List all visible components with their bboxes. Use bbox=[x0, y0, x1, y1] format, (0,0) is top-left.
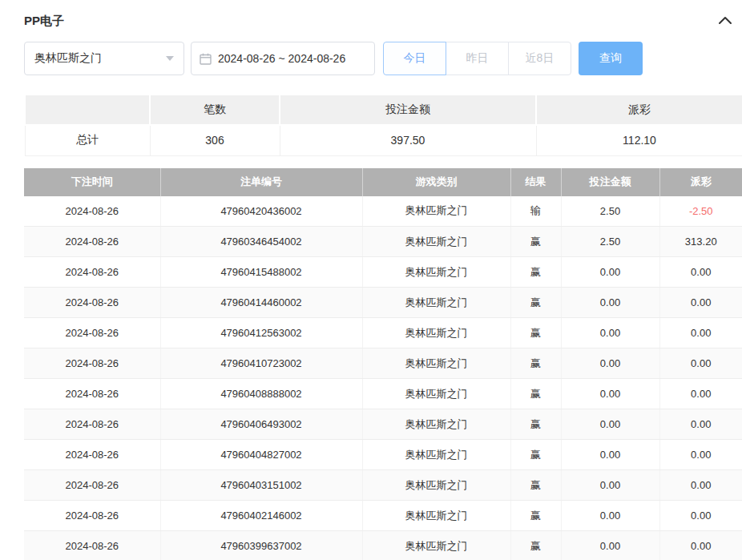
cell-result: 赢 bbox=[510, 531, 561, 560]
summary-total-row: 总计 306 397.50 112.10 bbox=[25, 125, 742, 155]
pp-panel: PP电子 奥林匹斯之门 2024-08-26 ~ 2024-08-26 今日 昨… bbox=[0, 0, 742, 560]
cell-game: 奥林匹斯之门 bbox=[362, 318, 510, 348]
cell-payout: 0.00 bbox=[659, 409, 742, 440]
cell-payout: 0.00 bbox=[659, 470, 742, 501]
records-header-row: 下注时间 注单编号 游戏类别 结果 投注金额 派彩 bbox=[24, 168, 742, 196]
cell-game: 奥林匹斯之门 bbox=[362, 348, 510, 379]
cell-result: 赢 bbox=[510, 288, 561, 318]
cell-result: 赢 bbox=[510, 257, 561, 288]
cell-result: 赢 bbox=[510, 318, 561, 348]
cell-time: 2024-08-26 bbox=[24, 288, 160, 318]
header-bet-time: 下注时间 bbox=[24, 168, 160, 196]
query-button[interactable]: 查询 bbox=[579, 42, 643, 75]
panel-title: PP电子 bbox=[24, 14, 64, 29]
header-payout: 派彩 bbox=[659, 168, 742, 196]
cell-time: 2024-08-26 bbox=[24, 318, 160, 348]
cell-result: 赢 bbox=[510, 379, 561, 409]
header-bet-id: 注单编号 bbox=[160, 168, 362, 196]
chevron-up-icon bbox=[718, 14, 732, 28]
cell-game: 奥林匹斯之门 bbox=[362, 379, 510, 409]
table-row: 2024-08-2647960399637002奥林匹斯之门赢0.000.00 bbox=[24, 531, 742, 560]
summary-table: 笔数 投注金额 派彩 总计 306 397.50 112.10 bbox=[24, 94, 742, 156]
calendar-icon bbox=[200, 53, 212, 65]
cell-amount: 0.00 bbox=[561, 409, 659, 440]
cell-payout: 0.00 bbox=[659, 318, 742, 348]
collapse-button[interactable] bbox=[718, 14, 732, 28]
cell-payout: 0.00 bbox=[659, 379, 742, 409]
cell-amount: 2.50 bbox=[561, 196, 659, 227]
game-select[interactable]: 奥林匹斯之门 bbox=[24, 42, 184, 75]
cell-amount: 0.00 bbox=[561, 348, 659, 379]
header-result: 结果 bbox=[510, 168, 561, 196]
cell-payout: 0.00 bbox=[659, 501, 742, 531]
cell-game: 奥林匹斯之门 bbox=[362, 288, 510, 318]
cell-game: 奥林匹斯之门 bbox=[362, 440, 510, 470]
cell-time: 2024-08-26 bbox=[24, 227, 160, 257]
cell-time: 2024-08-26 bbox=[24, 348, 160, 379]
panel-header: PP电子 bbox=[24, 0, 742, 30]
table-row: 2024-08-2647960414460002奥林匹斯之门赢0.000.00 bbox=[24, 288, 742, 318]
cell-id: 47960399637002 bbox=[160, 531, 362, 560]
cell-payout: 313.20 bbox=[659, 227, 742, 257]
last8days-button[interactable]: 近8日 bbox=[508, 42, 571, 75]
cell-game: 奥林匹斯之门 bbox=[362, 257, 510, 288]
chevron-down-icon bbox=[166, 56, 174, 61]
cell-id: 47960415488002 bbox=[160, 257, 362, 288]
date-range-value: 2024-08-26 ~ 2024-08-26 bbox=[218, 52, 345, 65]
filter-bar: 奥林匹斯之门 2024-08-26 ~ 2024-08-26 今日 昨日 近8日… bbox=[24, 42, 742, 75]
cell-payout: 0.00 bbox=[659, 288, 742, 318]
table-row: 2024-08-2647960346454002奥林匹斯之门赢2.50313.2… bbox=[24, 227, 742, 257]
cell-amount: 0.00 bbox=[561, 288, 659, 318]
summary-header-count: 笔数 bbox=[150, 95, 280, 125]
cell-time: 2024-08-26 bbox=[24, 501, 160, 531]
cell-amount: 0.00 bbox=[561, 470, 659, 501]
cell-result: 赢 bbox=[510, 409, 561, 440]
cell-payout: 0.00 bbox=[659, 440, 742, 470]
cell-game: 奥林匹斯之门 bbox=[362, 409, 510, 440]
table-row: 2024-08-2647960410723002奥林匹斯之门赢0.000.00 bbox=[24, 348, 742, 379]
cell-time: 2024-08-26 bbox=[24, 257, 160, 288]
cell-result: 赢 bbox=[510, 227, 561, 257]
table-row: 2024-08-2647960415488002奥林匹斯之门赢0.000.00 bbox=[24, 257, 742, 288]
cell-amount: 0.00 bbox=[561, 531, 659, 560]
cell-id: 47960404827002 bbox=[160, 440, 362, 470]
yesterday-button[interactable]: 昨日 bbox=[446, 42, 509, 75]
cell-time: 2024-08-26 bbox=[24, 409, 160, 440]
summary-header-payout: 派彩 bbox=[536, 95, 742, 125]
cell-id: 47960414460002 bbox=[160, 288, 362, 318]
cell-time: 2024-08-26 bbox=[24, 440, 160, 470]
today-button[interactable]: 今日 bbox=[383, 42, 446, 75]
records-table-body: 2024-08-2647960420436002奥林匹斯之门输2.50-2.50… bbox=[24, 196, 742, 560]
header-bet-amount: 投注金额 bbox=[561, 168, 659, 196]
cell-result: 赢 bbox=[510, 348, 561, 379]
table-row: 2024-08-2647960402146002奥林匹斯之门赢0.000.00 bbox=[24, 501, 742, 531]
cell-id: 47960408888002 bbox=[160, 379, 362, 409]
cell-game: 奥林匹斯之门 bbox=[362, 501, 510, 531]
cell-id: 47960420436002 bbox=[160, 196, 362, 227]
cell-game: 奥林匹斯之门 bbox=[362, 470, 510, 501]
cell-result: 赢 bbox=[510, 501, 561, 531]
table-row: 2024-08-2647960408888002奥林匹斯之门赢0.000.00 bbox=[24, 379, 742, 409]
cell-payout: 0.00 bbox=[659, 348, 742, 379]
cell-id: 47960406493002 bbox=[160, 409, 362, 440]
cell-payout: -2.50 bbox=[659, 196, 742, 227]
cell-amount: 0.00 bbox=[561, 501, 659, 531]
summary-bet-amount-value: 397.50 bbox=[280, 125, 536, 155]
game-select-value: 奥林匹斯之门 bbox=[34, 51, 102, 66]
cell-amount: 0.00 bbox=[561, 257, 659, 288]
cell-amount: 0.00 bbox=[561, 440, 659, 470]
date-range-picker[interactable]: 2024-08-26 ~ 2024-08-26 bbox=[191, 42, 375, 75]
cell-id: 47960403151002 bbox=[160, 470, 362, 501]
cell-amount: 0.00 bbox=[561, 379, 659, 409]
summary-total-label: 总计 bbox=[25, 125, 150, 155]
cell-result: 输 bbox=[510, 196, 561, 227]
cell-time: 2024-08-26 bbox=[24, 379, 160, 409]
cell-payout: 0.00 bbox=[659, 531, 742, 560]
cell-time: 2024-08-26 bbox=[24, 531, 160, 560]
records-table: 下注时间 注单编号 游戏类别 结果 投注金额 派彩 2024-08-264796… bbox=[24, 168, 742, 560]
header-game-category: 游戏类别 bbox=[362, 168, 510, 196]
cell-id: 47960402146002 bbox=[160, 501, 362, 531]
table-row: 2024-08-2647960403151002奥林匹斯之门赢0.000.00 bbox=[24, 470, 742, 501]
cell-payout: 0.00 bbox=[659, 257, 742, 288]
cell-id: 47960412563002 bbox=[160, 318, 362, 348]
